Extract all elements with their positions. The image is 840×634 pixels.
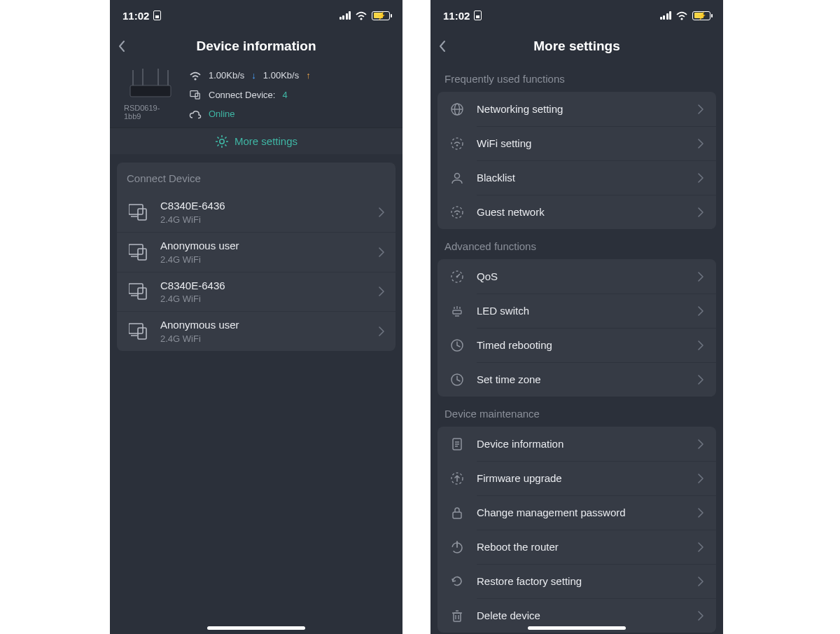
lock-icon bbox=[449, 504, 465, 521]
group-label: Advanced functions bbox=[430, 229, 723, 259]
nav-bar: More settings bbox=[430, 31, 723, 62]
status-row: Online bbox=[189, 109, 388, 119]
settings-row-timed-rebooting[interactable]: Timed rebooting bbox=[438, 328, 716, 362]
home-indicator[interactable] bbox=[528, 626, 626, 630]
settings-row-device-information[interactable]: Device information bbox=[438, 427, 716, 461]
connect-count: 4 bbox=[282, 90, 287, 100]
chevron-right-icon bbox=[377, 287, 386, 296]
chevron-right-icon bbox=[377, 207, 386, 217]
settings-label: Device information bbox=[477, 438, 685, 450]
sim-icon bbox=[153, 11, 161, 20]
settings-row-wifi-setting[interactable]: WiFi setting bbox=[438, 126, 716, 160]
signal-icon bbox=[340, 11, 351, 20]
device-name: Anonymous user bbox=[160, 240, 368, 253]
status-bar: 11:02 ⚡ bbox=[110, 0, 402, 31]
status-time: 11:02 bbox=[443, 10, 470, 22]
device-icon bbox=[127, 280, 150, 303]
router-thumbnail: RSD0619-1bb9 bbox=[124, 67, 176, 120]
wifi-icon bbox=[189, 71, 202, 81]
battery-icon: ⚡ bbox=[372, 11, 390, 20]
settings-label: Set time zone bbox=[477, 373, 685, 385]
chevron-right-icon bbox=[696, 577, 705, 586]
back-button[interactable] bbox=[117, 31, 127, 62]
group-label: Frequently used functions bbox=[430, 62, 723, 92]
signal-icon bbox=[660, 11, 672, 20]
wifi-icon bbox=[449, 204, 465, 221]
status-bar: 11:02 ⚡ bbox=[430, 0, 723, 31]
upload-speed: 1.00Kb/s bbox=[263, 70, 299, 81]
settings-row-networking-setting[interactable]: Networking setting bbox=[438, 92, 716, 126]
settings-label: Delete device bbox=[477, 609, 685, 621]
gauge-icon bbox=[449, 268, 465, 285]
home-indicator[interactable] bbox=[207, 626, 305, 630]
group-label: Device maintenance bbox=[430, 397, 723, 427]
nav-bar: Device information bbox=[110, 31, 402, 62]
page-title: Device information bbox=[196, 39, 316, 54]
devices-icon bbox=[189, 89, 202, 100]
more-settings-button[interactable]: More settings bbox=[110, 128, 402, 154]
settings-row-restore-factory-setting[interactable]: Restore factory setting bbox=[438, 564, 716, 598]
upgrade-icon bbox=[449, 470, 465, 487]
chevron-right-icon bbox=[696, 139, 705, 149]
device-sub: 2.4G WiFi bbox=[160, 294, 368, 304]
chevron-right-icon bbox=[696, 439, 705, 449]
settings-row-qos[interactable]: QoS bbox=[438, 259, 716, 294]
settings-label: Firmware upgrade bbox=[477, 472, 685, 484]
online-status: Online bbox=[209, 109, 235, 119]
device-row[interactable]: C8340E-64362.4G WiFi bbox=[117, 193, 396, 232]
power-icon bbox=[449, 539, 465, 556]
sim-icon bbox=[474, 11, 482, 20]
doc-icon bbox=[449, 436, 465, 453]
chevron-right-icon bbox=[696, 375, 705, 385]
screen-device-information: 11:02 ⚡ Device information RSD0619-1bb9 … bbox=[110, 0, 402, 634]
settings-row-blacklist[interactable]: Blacklist bbox=[438, 160, 716, 195]
settings-row-change-management-password[interactable]: Change management password bbox=[438, 495, 716, 530]
settings-row-led-switch[interactable]: LED switch bbox=[438, 294, 716, 328]
settings-label: Timed rebooting bbox=[477, 339, 685, 351]
chevron-right-icon bbox=[696, 104, 705, 114]
device-sub: 2.4G WiFi bbox=[160, 254, 368, 265]
settings-label: Change management password bbox=[477, 506, 685, 518]
connect-device-section: Connect Device C8340E-64362.4G WiFiAnony… bbox=[117, 163, 396, 351]
settings-row-set-time-zone[interactable]: Set time zone bbox=[438, 362, 716, 397]
device-name: C8340E-6436 bbox=[160, 200, 368, 213]
connect-label: Connect Device: bbox=[209, 90, 275, 100]
chevron-right-icon bbox=[696, 340, 705, 350]
settings-label: Guest network bbox=[477, 206, 685, 218]
more-settings-label: More settings bbox=[234, 135, 298, 147]
settings-row-guest-network[interactable]: Guest network bbox=[438, 195, 716, 229]
device-icon bbox=[127, 319, 150, 343]
chevron-right-icon bbox=[696, 474, 705, 483]
wifi-status-icon bbox=[676, 11, 688, 20]
status-time: 11:02 bbox=[122, 10, 149, 22]
settings-label: Restore factory setting bbox=[477, 575, 685, 587]
device-row[interactable]: Anonymous user2.4G WiFi bbox=[117, 232, 396, 272]
chevron-right-icon bbox=[377, 326, 386, 336]
settings-row-firmware-upgrade[interactable]: Firmware upgrade bbox=[438, 461, 716, 495]
connect-row: Connect Device: 4 bbox=[189, 89, 388, 100]
up-arrow-icon: ↑ bbox=[306, 70, 311, 81]
led-icon bbox=[449, 303, 465, 319]
person-icon bbox=[449, 170, 465, 186]
back-button[interactable] bbox=[438, 31, 447, 62]
chevron-right-icon bbox=[696, 207, 705, 217]
settings-label: WiFi setting bbox=[477, 137, 685, 149]
down-arrow-icon: ↓ bbox=[251, 70, 256, 81]
gear-icon bbox=[215, 135, 229, 149]
settings-row-reboot-the-router[interactable]: Reboot the router bbox=[438, 530, 716, 564]
trash-icon bbox=[449, 607, 465, 624]
device-summary: RSD0619-1bb9 1.00Kb/s ↓ 1.00Kb/s ↑ Conne… bbox=[110, 62, 402, 128]
chevron-right-icon bbox=[696, 306, 705, 316]
section-header: Connect Device bbox=[117, 163, 396, 193]
wifi-icon bbox=[449, 135, 465, 152]
chevron-right-icon bbox=[377, 247, 386, 257]
settings-group: QoSLED switchTimed rebootingSet time zon… bbox=[438, 259, 716, 397]
settings-label: QoS bbox=[477, 270, 685, 282]
chevron-right-icon bbox=[696, 508, 705, 518]
settings-label: Reboot the router bbox=[477, 541, 685, 553]
device-sub: 2.4G WiFi bbox=[160, 214, 368, 225]
clock-icon bbox=[449, 371, 465, 388]
device-row[interactable]: Anonymous user2.4G WiFi bbox=[117, 311, 396, 351]
device-name: Anonymous user bbox=[160, 319, 368, 332]
device-row[interactable]: C8340E-64362.4G WiFi bbox=[117, 272, 396, 312]
